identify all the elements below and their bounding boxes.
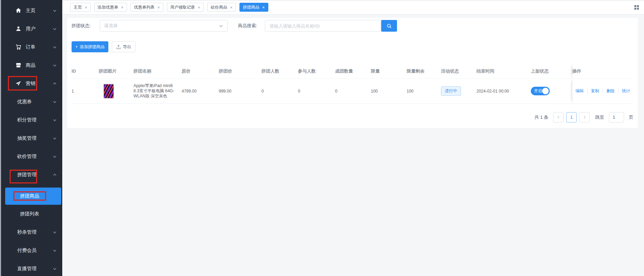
col-name: 拼团名称: [133, 64, 182, 78]
export-icon: [116, 45, 121, 49]
sidebar-item-label: 拼团管理: [17, 172, 36, 178]
cell-activity-status: 进行中: [441, 78, 476, 104]
col-id: ID: [72, 64, 99, 78]
close-icon[interactable]: ×: [230, 5, 233, 10]
groupbuy-table: ID 拼团图片 拼团名称 原价 拼团价 拼团人数 参与人数 成团数量 限量 限量…: [72, 64, 633, 104]
tab-bargain-goods[interactable]: 砍价商品 ×: [207, 3, 236, 12]
status-badge: 进行中: [441, 86, 461, 96]
sidebar-item-label: 砍价管理: [17, 153, 36, 160]
close-icon[interactable]: ×: [121, 5, 124, 10]
tab-bar: 主页 × 添加优惠券 × 优惠券列表 × 用户领取记录 × 砍价商品 × 拼团商…: [62, 0, 644, 14]
sidebar-item-label: 用户: [26, 26, 35, 32]
tab-coupon-list[interactable]: 优惠券列表 ×: [130, 3, 163, 12]
chevron-down-icon: [53, 27, 57, 31]
prev-page-button[interactable]: [553, 112, 564, 123]
action-edit[interactable]: 编辑: [576, 88, 584, 93]
pagination: 共 1 条 1 跳至 页: [72, 112, 633, 123]
sidebar-item-points[interactable]: 积分管理: [1, 111, 62, 129]
sidebar-item-groupbuy-list[interactable]: 拼团列表: [1, 205, 62, 223]
col-shelf-status: 上架状态: [531, 64, 572, 78]
sidebar-item-label: 积分管理: [17, 117, 36, 123]
sidebar-item-live[interactable]: 直播管理: [1, 259, 62, 276]
tab-home[interactable]: 主页 ×: [70, 3, 91, 12]
col-group-count: 成团数量: [335, 64, 371, 78]
sidebar-item-coupon[interactable]: 优惠券: [1, 93, 62, 111]
sidebar-item-users[interactable]: 用户: [1, 20, 62, 38]
cell-group-count: 0: [335, 78, 371, 104]
cell-join-people: 0: [298, 78, 335, 104]
next-page-button[interactable]: [579, 112, 590, 123]
close-icon[interactable]: ×: [198, 5, 201, 10]
action-delete[interactable]: 删除: [603, 88, 615, 93]
chevron-down-icon: [53, 118, 57, 122]
cell-group-people: 0: [261, 78, 298, 104]
cell-image: [99, 78, 133, 104]
sidebar-item-label: 订单: [26, 44, 35, 50]
sidebar-item-label: 商品: [26, 62, 35, 68]
group-status-select[interactable]: 请选择: [100, 20, 228, 32]
sidebar-item-seckill[interactable]: 秒杀管理: [1, 223, 62, 241]
chevron-down-icon: [53, 248, 57, 253]
action-stats[interactable]: 统计: [618, 88, 630, 93]
export-button[interactable]: 导出: [112, 41, 136, 52]
sidebar-item-lottery[interactable]: 抽奖管理: [1, 129, 62, 147]
sidebar-item-label: 拼团列表: [20, 211, 39, 217]
sidebar-item-paid-member[interactable]: 付费会员: [1, 241, 62, 259]
close-icon[interactable]: ×: [262, 5, 265, 10]
sidebar: 主页 用户 订单 商品 营销 优惠券 积分管理: [0, 0, 62, 276]
grid-icon[interactable]: [634, 5, 639, 10]
col-join-people: 参与人数: [298, 64, 335, 78]
sidebar-item-label: 直播管理: [17, 266, 36, 272]
sidebar-item-groupbuy-goods[interactable]: 拼团商品: [5, 188, 61, 205]
search-button[interactable]: [381, 20, 397, 32]
toggle-label: 开启: [534, 88, 542, 94]
sidebar-item-label: 优惠券: [17, 99, 32, 105]
close-icon[interactable]: ×: [157, 5, 160, 10]
home-icon: [15, 8, 21, 13]
search-group: [265, 20, 397, 32]
jump-page-input[interactable]: [609, 112, 624, 123]
shelf-status-toggle[interactable]: 开启: [531, 87, 550, 95]
chevron-down-icon: [53, 9, 57, 13]
add-groupbuy-product-button[interactable]: + 添加拼团商品: [72, 41, 108, 52]
col-group-price: 拼团价: [219, 64, 261, 78]
sidebar-item-home[interactable]: 主页: [1, 1, 62, 20]
col-end-time: 结束时间: [476, 64, 531, 78]
sidebar-item-goods[interactable]: 商品: [1, 56, 62, 74]
chevron-down-icon: [53, 155, 57, 159]
cart-icon: [15, 44, 21, 50]
product-search-label: 商品搜索:: [238, 23, 257, 29]
sidebar-item-label: 拼团商品: [20, 193, 39, 199]
sidebar-item-label: 秒杀管理: [17, 229, 36, 235]
main-area: 主页 × 添加优惠券 × 优惠券列表 × 用户领取记录 × 砍价商品 × 拼团商…: [62, 0, 644, 276]
tab-user-claim-records[interactable]: 用户领取记录 ×: [167, 3, 204, 12]
tab-label: 添加优惠券: [98, 4, 118, 10]
cell-actions: 编辑复制删除统计: [572, 78, 633, 104]
sidebar-item-marketing[interactable]: 营销: [1, 74, 62, 93]
sidebar-item-groupbuy-mgmt[interactable]: 拼团管理: [1, 166, 62, 184]
cell-group-price: 999.00: [219, 78, 261, 104]
tab-label: 主页: [74, 4, 82, 10]
content-card: 拼团状态: 请选择 商品搜索:: [67, 18, 638, 128]
sidebar-item-orders[interactable]: 订单: [1, 38, 62, 56]
sidebar-item-label: 主页: [26, 8, 35, 14]
close-icon[interactable]: ×: [85, 5, 87, 10]
col-actions: 操作: [572, 64, 633, 78]
chevron-down-icon: [53, 230, 57, 234]
page-unit-label: 页: [629, 114, 633, 120]
sidebar-item-bargain[interactable]: 砍价管理: [1, 147, 62, 166]
tab-add-coupon[interactable]: 添加优惠券 ×: [94, 3, 127, 12]
col-quota-left: 限量剩余: [407, 64, 441, 78]
cell-original-price: 4799.00: [182, 78, 219, 104]
page-1-button[interactable]: 1: [566, 112, 577, 123]
screen: 主页 用户 订单 商品 营销 优惠券 积分管理: [0, 0, 644, 276]
product-search-input[interactable]: [265, 20, 380, 32]
tab-groupbuy-goods[interactable]: 拼团商品 ×: [239, 3, 268, 12]
total-count-label: 共 1 条: [535, 114, 548, 120]
action-copy[interactable]: 复制: [587, 88, 599, 93]
cell-end-time: 2024-02-01 00:00: [476, 78, 531, 104]
sidebar-item-label: 抽奖管理: [17, 135, 36, 141]
send-icon: [15, 81, 21, 86]
tab-label: 优惠券列表: [134, 4, 154, 10]
cell-shelf-status: 开启: [531, 78, 572, 104]
